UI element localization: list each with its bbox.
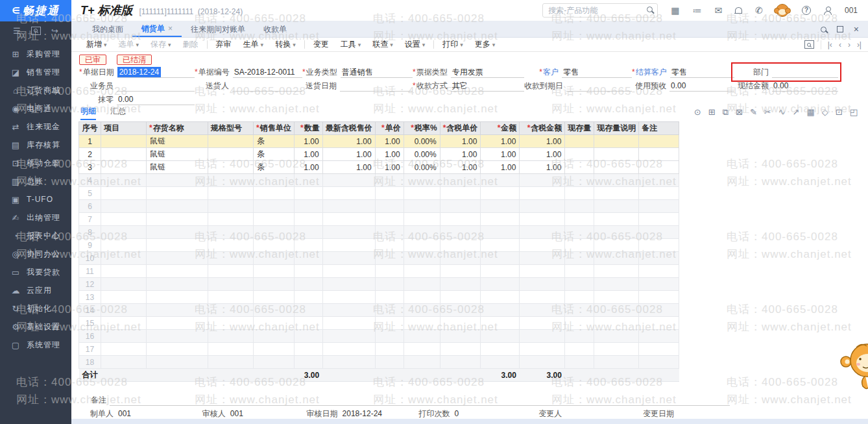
table-cell[interactable] [520,330,565,343]
table-cell[interactable] [520,317,565,330]
table-cell[interactable] [147,265,208,278]
table-cell[interactable] [565,278,594,291]
table-cell[interactable]: 鼠链 [147,148,208,161]
table-cell[interactable] [101,304,147,317]
table-cell[interactable] [208,356,254,369]
table-cell[interactable] [639,200,679,213]
table-cell[interactable]: 1.00 [481,135,520,148]
table-cell[interactable] [404,239,440,252]
table-cell[interactable] [481,213,520,226]
field-value[interactable] [340,81,413,92]
toolbar-button-more[interactable]: 更多▾ [469,39,501,50]
table-cell[interactable]: 6 [79,200,101,213]
sidebar-item-loan[interactable]: ▭我要贷款 [0,263,71,281]
table-cell[interactable] [254,317,295,330]
nav-next-icon[interactable]: › [848,40,850,49]
table-cell[interactable] [565,304,594,317]
sidebar-item-initialization[interactable]: ↻初始化 [0,299,71,318]
table-cell[interactable] [440,343,481,356]
signature-icon[interactable]: ✎ [750,107,757,118]
table-cell[interactable] [294,213,322,226]
table-cell[interactable]: 14 [79,304,101,317]
table-cell[interactable] [520,343,565,356]
table-cell[interactable] [294,356,322,369]
fullscreen-icon[interactable] [837,26,843,32]
table-cell[interactable]: 鼠链 [147,135,208,148]
table-cell[interactable]: 0.00% [404,148,440,161]
table-cell[interactable]: 0.00% [404,161,440,174]
workbench-icon[interactable]: ▦ [671,6,679,15]
table-cell[interactable] [565,226,594,239]
table-cell[interactable] [520,356,565,369]
table-row[interactable]: 2鼠链条1.001.001.000.00%1.001.001.00 [79,148,679,161]
field-value[interactable]: 普通销售 [341,67,413,78]
table-cell[interactable] [101,252,147,265]
sidebar-item-sales[interactable]: ◪销售管理 [0,63,71,81]
sidebar-item-purchase[interactable]: ⊞采购管理 [0,45,71,63]
table-cell[interactable] [594,135,639,148]
table-cell[interactable] [322,317,375,330]
table-cell[interactable] [254,278,295,291]
table-cell[interactable] [440,304,481,317]
toolbar-button-new[interactable]: 新增▾ [80,39,113,50]
table-cell[interactable]: 10 [79,252,101,265]
table-cell[interactable] [481,252,520,265]
table-cell[interactable]: 1.00 [520,161,565,174]
expand-icon[interactable]: ◰ [850,107,858,118]
sidebar-item-collaboration[interactable]: ◎协同办公 [0,245,71,263]
search-input[interactable] [542,3,658,18]
tab-reconciliation[interactable]: 往来期间对账单 [182,21,254,37]
table-cell[interactable] [208,265,254,278]
toolbar-button-tools[interactable]: 工具▾ [335,39,367,50]
table-cell[interactable]: 8 [79,226,101,239]
field-value[interactable] [117,81,195,92]
field-value[interactable]: 001 [117,408,174,419]
table-cell[interactable] [404,356,440,369]
sidebar-item-cashier[interactable]: ✍出纳管理 [0,208,71,227]
table-cell[interactable] [481,343,520,356]
field-value[interactable] [772,67,838,78]
field-value[interactable]: 其它 [451,81,524,92]
table-cell[interactable] [594,187,639,200]
table-cell[interactable]: 11 [79,265,101,278]
table-cell[interactable] [322,304,375,317]
table-cell[interactable] [254,265,295,278]
table-cell[interactable] [375,239,404,252]
table-cell[interactable] [101,174,147,187]
toolbar-button-settings[interactable]: 设置▾ [399,39,431,50]
tab-receipt[interactable]: 收款单 [254,21,296,37]
sidebar-item-ecommerce[interactable]: ◉电商通 [0,99,71,118]
table-cell[interactable] [375,291,404,304]
table-cell[interactable] [101,356,147,369]
table-cell[interactable] [594,356,639,369]
sidebar-item-cloud-apps[interactable]: ☁云应用 [0,281,71,299]
table-cell[interactable] [101,291,147,304]
table-row-empty[interactable]: 11 [79,265,679,278]
tab-my-desktop[interactable]: 我的桌面 [83,21,132,37]
table-cell[interactable] [639,135,679,148]
table-row-empty[interactable]: 4 [79,174,679,187]
table-cell[interactable] [254,174,295,187]
table-cell[interactable] [639,187,679,200]
table-cell[interactable]: 1.00 [481,161,520,174]
table-cell[interactable] [375,200,404,213]
table-cell[interactable] [294,239,322,252]
table-cell[interactable] [565,135,594,148]
table-cell[interactable] [565,265,594,278]
field-value[interactable]: 0.00 [669,81,734,92]
table-cell[interactable] [147,330,208,343]
table-cell[interactable] [294,304,322,317]
table-cell[interactable] [322,174,375,187]
table-cell[interactable] [404,343,440,356]
table-cell[interactable] [440,226,481,239]
sidebar-item-general-ledger[interactable]: ▥总账 [0,172,71,190]
table-cell[interactable] [322,187,375,200]
table-cell[interactable] [375,330,404,343]
field-value[interactable]: 零售 [562,67,632,78]
help-icon[interactable]: ? [802,6,811,15]
table-row[interactable]: 3鼠链条1.001.001.000.00%1.001.001.00 [79,161,679,174]
table-cell[interactable] [208,330,254,343]
table-cell[interactable] [322,239,375,252]
close-tab-icon[interactable]: × [168,24,173,33]
sidebar-item-t-ufo[interactable]: ▣T-UFO [0,190,71,208]
